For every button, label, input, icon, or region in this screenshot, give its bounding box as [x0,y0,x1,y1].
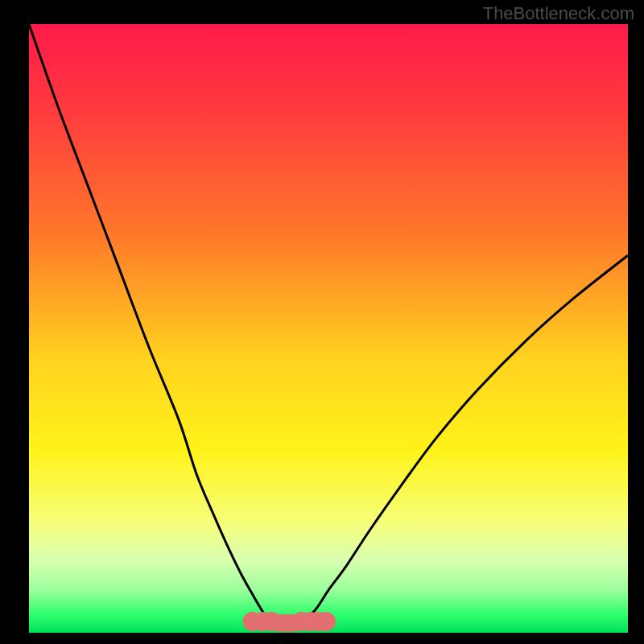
valley-dot [316,612,336,631]
watermark-text: TheBottleneck.com [483,3,634,24]
valley-markers [243,612,336,632]
valley-bar [271,614,301,632]
bottleneck-chart [0,0,644,644]
